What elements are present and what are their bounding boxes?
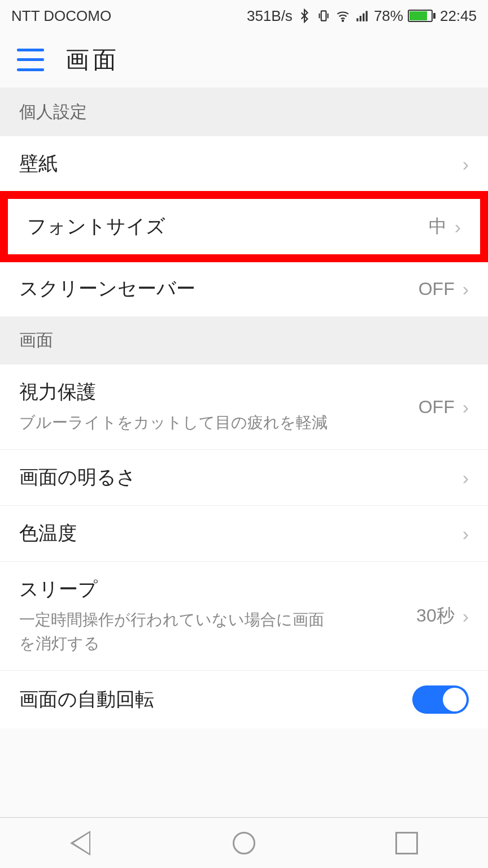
row-title: スリープ	[19, 576, 416, 602]
nav-back-button[interactable]	[70, 831, 93, 856]
chevron-right-icon: ›	[463, 396, 469, 418]
navigation-bar	[0, 817, 488, 868]
section-header-display: 画面	[0, 316, 488, 364]
svg-point-1	[342, 20, 343, 21]
section-header-personal: 個人設定	[0, 88, 488, 136]
chevron-right-icon: ›	[463, 523, 469, 545]
row-value: OFF	[419, 397, 455, 418]
row-title: 画面の自動回転	[19, 687, 412, 713]
chevron-right-icon: ›	[463, 467, 469, 489]
row-title: 視力保護	[19, 379, 419, 405]
row-screensaver[interactable]: スクリーンセーバー OFF ›	[0, 261, 488, 316]
row-title: スクリーンセーバー	[19, 276, 419, 302]
row-title: 画面の明るさ	[19, 465, 455, 491]
nav-recent-button[interactable]	[395, 832, 418, 854]
svg-rect-2	[356, 18, 358, 21]
data-rate: 351B/s	[247, 7, 293, 25]
row-sub: 一定時間操作が行われていない場合に画面を消灯する	[19, 608, 336, 656]
chevron-right-icon: ›	[463, 153, 469, 175]
wifi-icon	[336, 8, 350, 23]
menu-icon[interactable]	[17, 49, 44, 71]
row-brightness[interactable]: 画面の明るさ ›	[0, 450, 488, 506]
status-bar: NTT DOCOMO 351B/s 78% 22:45	[0, 0, 488, 32]
row-value: 30秒	[416, 604, 455, 628]
app-header: 画面	[0, 32, 488, 88]
list-personal: 壁紙 › フォントサイズ 中 › スクリーンセーバー OFF ›	[0, 136, 488, 316]
nav-home-button[interactable]	[233, 832, 255, 854]
signal-icon	[355, 8, 369, 23]
battery-pct: 78%	[374, 7, 403, 25]
battery-icon	[408, 10, 435, 22]
row-sub: ブルーライトをカットして目の疲れを軽減	[19, 411, 419, 435]
chevron-right-icon: ›	[463, 605, 469, 627]
list-display: 視力保護 ブルーライトをカットして目の疲れを軽減 OFF › 画面の明るさ › …	[0, 364, 488, 728]
svg-rect-5	[365, 11, 367, 21]
row-auto-rotate[interactable]: 画面の自動回転	[0, 671, 488, 728]
toggle-auto-rotate[interactable]	[412, 685, 469, 714]
row-value: OFF	[419, 279, 455, 300]
row-eye-comfort[interactable]: 視力保護 ブルーライトをカットして目の疲れを軽減 OFF ›	[0, 364, 488, 450]
page-title: 画面	[66, 44, 120, 76]
row-title: フォントサイズ	[27, 214, 429, 240]
clock: 22:45	[440, 7, 477, 25]
row-color-temp[interactable]: 色温度 ›	[0, 506, 488, 562]
row-value: 中	[429, 214, 447, 239]
status-right: 351B/s 78% 22:45	[247, 7, 477, 25]
chevron-right-icon: ›	[463, 278, 469, 300]
row-title: 壁紙	[19, 151, 455, 177]
svg-rect-0	[321, 11, 326, 20]
svg-rect-4	[363, 14, 364, 21]
row-sleep[interactable]: スリープ 一定時間操作が行われていない場合に画面を消灯する 30秒 ›	[0, 562, 488, 671]
highlight-fontsize: フォントサイズ 中 ›	[0, 191, 488, 262]
bluetooth-icon	[297, 8, 312, 23]
svg-rect-3	[360, 16, 361, 21]
row-fontsize[interactable]: フォントサイズ 中 ›	[8, 199, 480, 254]
vibrate-icon	[316, 8, 331, 23]
row-title: 色温度	[19, 520, 455, 546]
row-wallpaper[interactable]: 壁紙 ›	[0, 136, 488, 192]
carrier-label: NTT DOCOMO	[11, 7, 111, 25]
chevron-right-icon: ›	[455, 216, 461, 238]
